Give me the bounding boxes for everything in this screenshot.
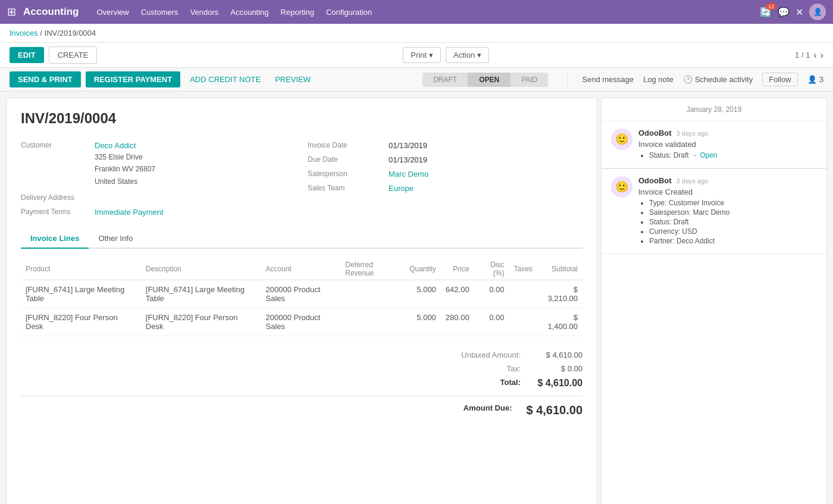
total-value: $ 4,610.00 — [535, 378, 583, 389]
nav-customers[interactable]: Customers — [141, 8, 178, 17]
msg2-details: Type: Customer Invoice Salesperson: Marc… — [638, 199, 817, 245]
chatter-date-divider: January 28, 2019 — [602, 98, 826, 121]
amount-due-row: Amount Due: $ 4,610.00 — [21, 396, 583, 420]
status-steps: DRAFT OPEN PAID — [422, 73, 548, 87]
due-date-value: 01/13/2019 — [389, 155, 583, 165]
cell-taxes — [509, 280, 537, 308]
nav-right-icons: 🔄12 💬 ✕ 👤 — [760, 4, 826, 20]
amount-due-value: $ 4,610.00 — [526, 403, 583, 417]
preview-button[interactable]: PREVIEW — [270, 71, 315, 87]
print-button[interactable]: Print ▾ — [403, 47, 441, 63]
cell-disc: 0.00 — [474, 308, 509, 336]
msg1-time: 3 days ago — [677, 130, 709, 137]
sales-team-value[interactable]: Europe — [389, 184, 583, 193]
tab-invoice-lines[interactable]: Invoice Lines — [21, 229, 89, 249]
cell-account: 200000 Product Sales — [261, 308, 341, 336]
top-navigation: ⊞ Accounting Overview Customers Vendors … — [0, 0, 833, 24]
grid-icon[interactable]: ⊞ — [7, 5, 16, 18]
pagination-prev[interactable]: ‹ — [813, 50, 816, 61]
tab-other-info[interactable]: Other Info — [89, 229, 142, 249]
chatter-message-2: 🙂 OdooBot 3 days ago Invoice Created Typ… — [602, 169, 826, 254]
nav-overview[interactable]: Overview — [97, 8, 129, 17]
tax-row: Tax: $ 0.00 — [21, 362, 583, 375]
table-row: [FURN_8220] Four Person Desk [FURN_8220]… — [21, 308, 583, 336]
status-open[interactable]: OPEN — [468, 73, 511, 87]
totals-section: Untaxed Amount: $ 4,610.00 Tax: $ 0.00 T… — [21, 348, 583, 420]
cell-subtotal: $ 1,400.00 — [537, 308, 583, 336]
cell-disc: 0.00 — [474, 280, 509, 308]
send-print-button[interactable]: SEND & PRINT — [10, 71, 81, 87]
col-quantity: Quantity — [405, 258, 441, 280]
invoice-panel: INV/2019/0004 Customer Deco Addict 325 E… — [6, 98, 597, 504]
col-product: Product — [21, 258, 141, 280]
edit-button[interactable]: EDIT — [10, 47, 44, 63]
invoice-lines-table: Product Description Account Deferred Rev… — [21, 258, 583, 336]
avatar[interactable]: 👤 — [809, 4, 826, 20]
status-paid[interactable]: PAID — [511, 73, 548, 87]
chatter-actions: Send message Log note 🕐 Schedule activit… — [567, 73, 823, 86]
log-note-button[interactable]: Log note — [643, 75, 674, 84]
create-button[interactable]: CREATE — [49, 46, 98, 64]
cell-product: [FURN_6741] Large Meeting Table — [21, 280, 141, 308]
sales-team-label: Sales Team — [308, 184, 385, 192]
breadcrumb: Invoices / INV/2019/0004 — [0, 24, 833, 43]
invoice-date-label: Invoice Date — [308, 141, 385, 149]
msg2-title: Invoice Created — [638, 187, 817, 196]
salesperson-label: Salesperson — [308, 170, 385, 178]
cell-account: 200000 Product Sales — [261, 280, 341, 308]
register-payment-button[interactable]: REGISTER PAYMENT — [86, 71, 180, 87]
chatter-panel: January 28, 2019 🙂 OdooBot 3 days ago In… — [601, 98, 827, 504]
chat-icon[interactable]: 💬 — [778, 7, 790, 18]
cell-price: 280.00 — [441, 308, 474, 336]
pagination-next[interactable]: › — [821, 50, 823, 61]
msg2-author: OdooBot — [638, 176, 672, 185]
odobot-avatar-1: 🙂 — [611, 129, 632, 150]
clock-icon: 🕐 — [683, 75, 693, 84]
action-bar: EDIT CREATE Print ▾ Action ▾ 1 / 1 ‹ › — [0, 43, 833, 68]
customer-label: Customer — [21, 141, 92, 149]
untaxed-label: Untaxed Amount: — [437, 350, 521, 359]
customer-name[interactable]: Deco Addict — [95, 141, 296, 150]
chevron-down-icon: ▾ — [429, 51, 433, 60]
cell-deferred — [340, 280, 405, 308]
pagination-info: 1 / 1 — [795, 51, 810, 60]
chevron-down-icon: ▾ — [477, 51, 481, 60]
add-credit-note-button[interactable]: ADD CREDIT NOTE — [185, 71, 265, 87]
invoice-actions: SEND & PRINT REGISTER PAYMENT ADD CREDIT… — [10, 71, 315, 87]
payment-terms-value[interactable]: Immediate Payment — [95, 208, 296, 217]
salesperson-value[interactable]: Marc Demo — [389, 170, 583, 179]
tax-label: Tax: — [437, 364, 521, 373]
send-message-button[interactable]: Send message — [582, 75, 634, 84]
action-button[interactable]: Action ▾ — [446, 47, 489, 63]
cell-taxes — [509, 308, 537, 336]
col-taxes: Taxes — [509, 258, 537, 280]
col-disc: Disc (%) — [474, 258, 509, 280]
col-price: Price — [441, 258, 474, 280]
customer-section: Customer Deco Addict 325 Elsie DriveFran… — [21, 141, 296, 217]
cell-quantity: 5.000 — [405, 280, 441, 308]
payment-terms-label: Payment Terms — [21, 208, 92, 216]
nav-reporting[interactable]: Reporting — [281, 8, 314, 17]
status-draft[interactable]: DRAFT — [422, 73, 468, 87]
nav-configuration[interactable]: Configuration — [326, 8, 372, 17]
nav-vendors[interactable]: Vendors — [190, 8, 219, 17]
col-account: Account — [261, 258, 341, 280]
follow-button[interactable]: Follow — [762, 73, 798, 86]
updates-icon[interactable]: 🔄12 — [760, 7, 772, 18]
col-subtotal: Subtotal — [537, 258, 583, 280]
nav-accounting[interactable]: Accounting — [230, 8, 268, 17]
cell-deferred — [340, 308, 405, 336]
delivery-address-label: Delivery Address — [21, 193, 92, 202]
schedule-activity-button[interactable]: 🕐 Schedule activity — [683, 75, 753, 84]
app-name: Accounting — [23, 6, 79, 18]
untaxed-value: $ 4,610.00 — [535, 350, 583, 359]
cell-quantity: 5.000 — [405, 308, 441, 336]
close-icon[interactable]: ✕ — [796, 7, 803, 18]
followers-count: 👤 3 — [807, 75, 823, 84]
amount-due-label: Amount Due: — [428, 403, 512, 417]
pagination: 1 / 1 ‹ › — [795, 50, 823, 61]
tax-value: $ 0.00 — [535, 364, 583, 373]
invoice-tabs: Invoice Lines Other Info — [21, 229, 583, 249]
breadcrumb-parent[interactable]: Invoices — [10, 29, 38, 37]
msg1-details: Status: Draft → Open — [638, 151, 817, 159]
